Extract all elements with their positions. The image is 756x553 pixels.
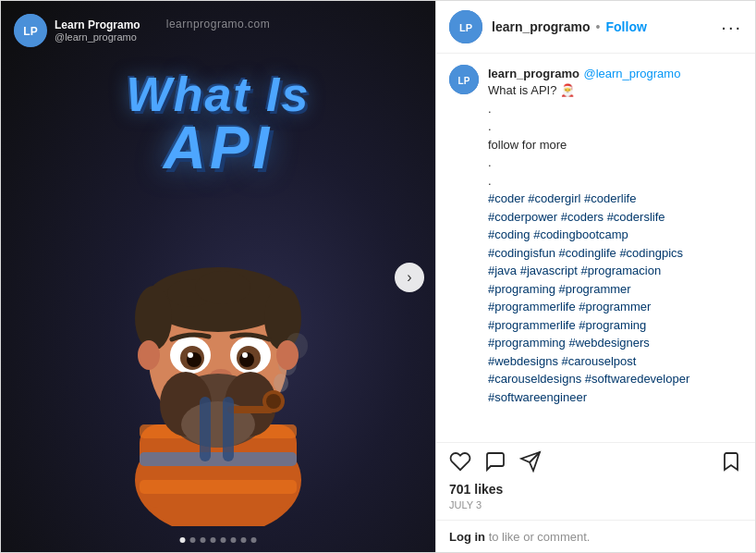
header-username[interactable]: learn_programo: [492, 19, 591, 34]
dot-7[interactable]: [241, 537, 247, 543]
top-left-name: Learn Programo: [55, 18, 140, 31]
comments-section: LP learn_programo @learn_programo What i…: [436, 54, 755, 442]
svg-rect-35: [223, 397, 234, 461]
login-prompt-text: to like or comment.: [489, 530, 591, 544]
svg-point-21: [242, 352, 248, 358]
like-button[interactable]: [449, 450, 471, 476]
comment-body: learn_programo @learn_programo What is A…: [488, 65, 742, 424]
top-left-handle: @learn_programo: [55, 31, 140, 43]
top-left-avatar: LP: [14, 14, 47, 47]
dot-6[interactable]: [231, 537, 237, 543]
comment-button[interactable]: [484, 450, 506, 476]
comment-avatar: LP: [449, 65, 479, 94]
bookmark-button[interactable]: [720, 450, 742, 476]
share-button[interactable]: [519, 450, 542, 476]
svg-rect-5: [140, 452, 297, 466]
login-link[interactable]: Log in: [449, 530, 485, 544]
svg-point-37: [276, 340, 299, 370]
next-slide-button[interactable]: ›: [395, 263, 424, 292]
comment-handle[interactable]: @learn_programo: [583, 67, 680, 80]
dot-8[interactable]: [251, 537, 257, 543]
header-avatar: LP: [449, 10, 482, 43]
main-comment: LP learn_programo @learn_programo What i…: [449, 65, 742, 424]
top-left-text: Learn Programo @learn_programo: [55, 18, 140, 43]
dot-5[interactable]: [221, 537, 226, 543]
svg-point-30: [266, 394, 281, 409]
svg-text:LP: LP: [458, 76, 470, 86]
svg-point-20: [188, 352, 193, 358]
title-line1: What Is: [1, 70, 435, 118]
title-line2: API: [1, 118, 435, 178]
login-prompt: Log in to like or comment.: [436, 520, 755, 553]
watermark: learnprogramo.com: [166, 18, 271, 31]
svg-point-36: [138, 340, 160, 370]
svg-text:LP: LP: [459, 22, 472, 33]
post-background: LP Learn Programo @learn_programo learnp…: [1, 1, 435, 553]
header-info: learn_programo • Follow: [492, 19, 712, 34]
slide-dots: [180, 537, 257, 543]
login-text: Log in to like or comment.: [449, 530, 590, 544]
more-options-button[interactable]: ···: [721, 18, 742, 36]
svg-point-10: [135, 286, 172, 350]
post-image-panel: LP Learn Programo @learn_programo learnp…: [1, 1, 435, 553]
svg-rect-6: [140, 480, 297, 494]
dot-1[interactable]: [180, 537, 186, 543]
follow-button[interactable]: Follow: [606, 19, 647, 34]
dot-4[interactable]: [211, 537, 216, 543]
right-panel: LP learn_programo • Follow ··· LP learn_…: [435, 1, 755, 553]
svg-point-13: [195, 271, 250, 304]
svg-rect-34: [200, 397, 211, 461]
svg-point-31: [274, 374, 288, 392]
top-left-account: LP Learn Programo @learn_programo: [14, 14, 140, 47]
comment-username[interactable]: learn_programo: [488, 67, 579, 80]
dot-2[interactable]: [190, 537, 196, 543]
dot-3[interactable]: [201, 537, 206, 543]
post-date: July 3: [449, 499, 742, 510]
likes-count: 701 likes: [449, 482, 742, 497]
post-header: LP learn_programo • Follow ···: [436, 1, 755, 54]
svg-text:LP: LP: [23, 25, 37, 38]
comment-text: What is API? 🎅 . . follow for more . . #…: [488, 81, 742, 424]
action-icons: [449, 450, 742, 476]
action-bar: 701 likes July 3: [436, 442, 755, 520]
character-illustration: [79, 175, 357, 526]
header-separator: •: [596, 19, 601, 34]
post-title: What Is API: [1, 70, 435, 178]
